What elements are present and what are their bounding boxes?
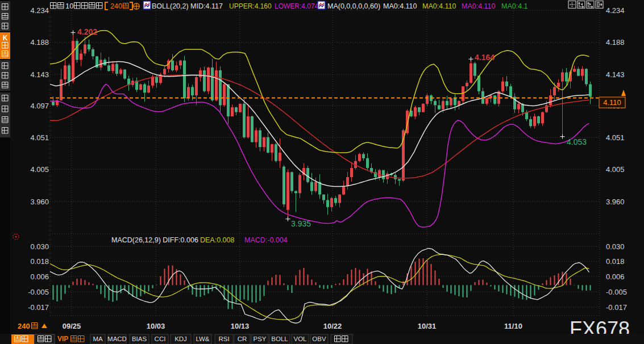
svg-text:4.051: 4.051 bbox=[30, 133, 49, 142]
svg-text:11/10: 11/10 bbox=[504, 322, 522, 330]
svg-text:K: K bbox=[3, 34, 8, 42]
svg-text:PSY: PSY bbox=[253, 335, 266, 342]
svg-text:10: 10 bbox=[65, 2, 73, 10]
svg-text:10/31: 10/31 bbox=[418, 322, 437, 330]
svg-text:MACD(26,12,9) DIFF:0.006: MACD(26,12,9) DIFF:0.006 bbox=[111, 236, 198, 244]
svg-text:0.018: 0.018 bbox=[30, 257, 49, 266]
svg-text:0.030: 0.030 bbox=[30, 242, 49, 251]
svg-text:10/22: 10/22 bbox=[323, 322, 342, 330]
svg-text:4.143: 4.143 bbox=[606, 70, 625, 79]
svg-text:240: 240 bbox=[110, 2, 122, 10]
svg-text:0.018: 0.018 bbox=[606, 257, 625, 266]
svg-text:BOLL: BOLL bbox=[271, 335, 288, 342]
svg-text:4.202: 4.202 bbox=[77, 27, 97, 36]
svg-text:4.188: 4.188 bbox=[30, 38, 49, 47]
svg-text:KDJ: KDJ bbox=[174, 335, 187, 342]
svg-text:DEA:0.008: DEA:0.008 bbox=[200, 236, 235, 244]
svg-text:3.960: 3.960 bbox=[606, 198, 625, 206]
svg-text:3.935: 3.935 bbox=[291, 219, 311, 228]
svg-text:-0.017: -0.017 bbox=[606, 303, 627, 312]
svg-text:10/13: 10/13 bbox=[231, 322, 250, 330]
svg-text:240: 240 bbox=[18, 322, 30, 330]
svg-text:BOLL(20,2) MID:4.117: BOLL(20,2) MID:4.117 bbox=[152, 2, 223, 10]
svg-text:09/25: 09/25 bbox=[63, 322, 81, 330]
svg-text:4.164: 4.164 bbox=[475, 53, 495, 62]
svg-text:4.188: 4.188 bbox=[606, 38, 625, 47]
svg-text:MA: MA bbox=[93, 335, 103, 342]
svg-text:3.960: 3.960 bbox=[30, 198, 49, 206]
svg-text:MA0:4.110: MA0:4.110 bbox=[383, 2, 417, 10]
svg-text:MA0:4.110: MA0:4.110 bbox=[422, 2, 456, 10]
svg-text:CR: CR bbox=[238, 335, 247, 342]
svg-text:-0.005: -0.005 bbox=[28, 288, 49, 296]
svg-text:10/03: 10/03 bbox=[147, 322, 165, 330]
svg-text:MACD: MACD bbox=[107, 335, 127, 342]
svg-text:MA(0,0,0,0,0,60): MA(0,0,0,0,0,60) bbox=[327, 2, 380, 10]
svg-text:4.143: 4.143 bbox=[30, 70, 49, 79]
svg-text:LW&: LW& bbox=[196, 335, 209, 342]
svg-text:RSI: RSI bbox=[218, 335, 229, 342]
svg-text:VOL: VOL bbox=[293, 335, 307, 342]
svg-text:4.005: 4.005 bbox=[606, 165, 625, 174]
svg-text:-0.017: -0.017 bbox=[28, 303, 49, 312]
svg-text:MA0:4.1: MA0:4.1 bbox=[501, 2, 528, 10]
svg-text:4.005: 4.005 bbox=[30, 165, 49, 174]
svg-text:BIAS: BIAS bbox=[132, 335, 147, 342]
svg-text:4.110: 4.110 bbox=[603, 98, 621, 107]
svg-text:4.097: 4.097 bbox=[30, 102, 49, 110]
svg-text:-0.005: -0.005 bbox=[606, 288, 627, 296]
svg-text:OBV: OBV bbox=[312, 335, 326, 342]
svg-text:VIP: VIP bbox=[57, 335, 68, 343]
svg-text:4.053: 4.053 bbox=[567, 137, 587, 146]
svg-text:4.051: 4.051 bbox=[606, 133, 625, 142]
svg-text:LOWER:4.074: LOWER:4.074 bbox=[275, 2, 319, 10]
svg-text:MA0:4.110: MA0:4.110 bbox=[462, 2, 496, 10]
svg-text:4.234: 4.234 bbox=[606, 6, 625, 15]
svg-text:0.006: 0.006 bbox=[606, 272, 625, 281]
svg-text:UPPER:4.160: UPPER:4.160 bbox=[229, 2, 272, 10]
svg-text:MACD:-0.004: MACD:-0.004 bbox=[244, 236, 288, 244]
svg-text:0.030: 0.030 bbox=[606, 242, 625, 251]
svg-text:CCI: CCI bbox=[155, 335, 166, 342]
svg-text:0.006: 0.006 bbox=[30, 272, 49, 281]
svg-text:4.234: 4.234 bbox=[30, 6, 49, 15]
